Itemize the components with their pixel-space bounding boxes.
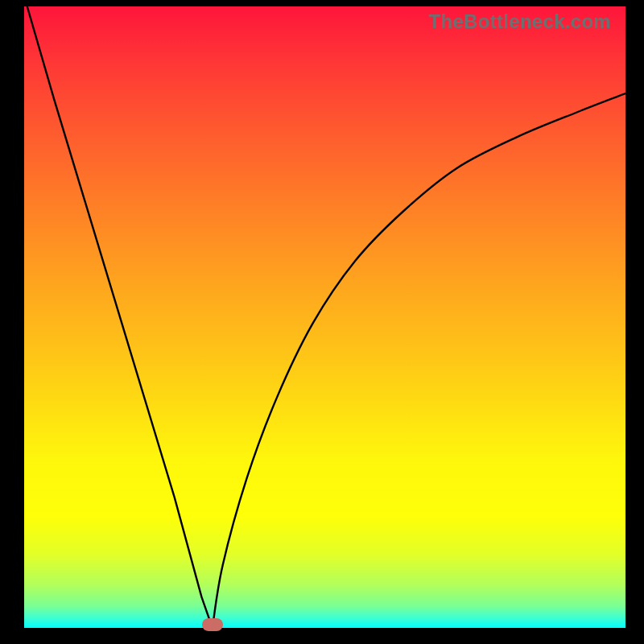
minimum-marker: [202, 618, 223, 631]
chart-stage: TheBottleneck.com: [0, 0, 644, 644]
chart-plot-area: TheBottleneck.com: [24, 6, 625, 628]
curve-line: [24, 6, 625, 628]
watermark-text: TheBottleneck.com: [24, 10, 625, 33]
